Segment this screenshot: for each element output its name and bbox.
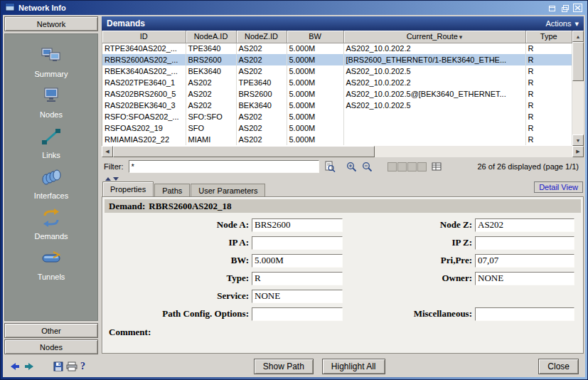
service-field[interactable] — [252, 290, 343, 303]
table-row[interactable]: RBEK3640AS202_...BEK3640AS2025.000MAS202… — [102, 65, 572, 77]
tab-properties[interactable]: Properties — [102, 181, 154, 196]
owner-field[interactable] — [475, 272, 574, 285]
table-row[interactable]: RTPE3640AS202_...TPE3640AS2025.000MAS202… — [102, 43, 572, 54]
zoom-in-icon[interactable] — [346, 162, 357, 172]
column-header-nodea[interactable]: NodeA.ID — [186, 31, 236, 43]
highlight-all-button[interactable]: Highlight All — [322, 359, 385, 374]
scroll-right-icon[interactable]: ▶ — [572, 146, 584, 157]
maximize-icon[interactable] — [560, 3, 570, 13]
sidebar-item-nodes[interactable]: Nodes — [5, 85, 97, 125]
scroll-up-icon[interactable]: ▲ — [572, 31, 584, 42]
titlebar[interactable]: Network Info — [3, 1, 585, 15]
help-icon[interactable]: ? — [80, 361, 85, 372]
print-icon[interactable] — [66, 361, 77, 371]
save-icon[interactable] — [53, 361, 63, 371]
cell: AS202_10.0.202.5 — [343, 100, 525, 111]
table-row[interactable]: RAS202TPE3640_1AS202TPE36405.000MAS202_1… — [102, 77, 572, 88]
sidebar-item-interfaces[interactable]: Interfaces — [5, 166, 97, 206]
page-nav-button-4[interactable] — [417, 162, 427, 171]
show-path-button[interactable]: Show Path — [254, 359, 314, 374]
column-header-id[interactable]: ID — [102, 31, 186, 43]
node-z-field[interactable] — [475, 218, 574, 232]
column-header-bw[interactable]: BW — [287, 31, 343, 43]
cell: MIAMI — [186, 134, 236, 145]
column-header-type[interactable]: Type — [525, 31, 572, 43]
comment-label: Comment: — [102, 322, 583, 338]
bw-field[interactable] — [252, 254, 343, 268]
sidebar-item-tunnels[interactable]: Tunnels — [5, 247, 97, 287]
sidebar-item-links[interactable]: Links — [5, 125, 97, 166]
page-nav-button-3[interactable] — [407, 162, 417, 171]
sidebar-item-summary[interactable]: Summary — [5, 44, 97, 85]
horizontal-scrollbar[interactable]: ◀ ▶ — [102, 146, 584, 157]
demand-label: Demand: — [109, 201, 145, 212]
cell: 5.000M — [287, 122, 343, 134]
forward-icon[interactable] — [23, 361, 35, 371]
ip-a-field[interactable] — [252, 236, 343, 250]
cell: AS202 — [186, 100, 236, 111]
detail-view-button[interactable]: Detail View — [534, 181, 583, 193]
scroll-left-icon[interactable]: ◀ — [102, 146, 113, 157]
actions-label: Actions — [545, 19, 571, 28]
network-button[interactable]: Network — [4, 16, 98, 31]
close-button[interactable]: Close — [538, 359, 579, 374]
page-nav-button-2[interactable] — [397, 162, 407, 171]
collapse-up-icon[interactable] — [105, 177, 111, 181]
close-icon[interactable] — [572, 3, 583, 13]
table-row-selected[interactable]: RBRS2600AS202_...BRS2600AS2025.000M[BRS2… — [102, 54, 572, 65]
undock-icon[interactable] — [547, 3, 557, 13]
cell: RSFOAS202_19 — [102, 122, 186, 134]
cell: AS202_10.0.202.2 — [343, 43, 525, 54]
owner-label: Owner: — [343, 273, 475, 284]
cell: SFO:SFO — [186, 111, 236, 122]
collapse-down-icon[interactable] — [113, 177, 119, 181]
horizontal-scroll-thumb[interactable] — [113, 146, 375, 157]
back-icon[interactable] — [9, 361, 21, 371]
vertical-scroll-thumb[interactable] — [572, 42, 584, 81]
demands-header-bar: Demands Actions ▾ — [102, 16, 584, 31]
table-row[interactable]: RAS202BEK3640_3AS202BEK36405.000MAS202_1… — [102, 100, 572, 111]
page-nav-button-1[interactable] — [387, 162, 397, 171]
tab-user-parameters[interactable]: User Parameters — [191, 184, 265, 196]
node-a-field[interactable] — [252, 218, 343, 232]
split-divider[interactable] — [102, 176, 584, 181]
window-title: Network Info — [18, 4, 545, 12]
cell: BRS2600 — [186, 54, 236, 65]
table-row[interactable]: RMIAMIAS202_22MIAMIAS2025.000MR — [102, 134, 572, 145]
zoom-out-icon[interactable] — [362, 162, 373, 172]
column-header-current-route[interactable]: Current_Route▾ — [343, 31, 525, 43]
column-header-nodez[interactable]: NodeZ.ID — [236, 31, 287, 43]
filter-label: Filter: — [104, 162, 124, 171]
table-row[interactable]: RSFOAS202_19SFOAS2025.000MR — [102, 122, 572, 134]
filter-preview-icon[interactable] — [324, 161, 336, 172]
cell: RTPE3640AS202_... — [102, 43, 186, 54]
cell: 5.000M — [287, 100, 343, 111]
path-config-options-field[interactable] — [252, 307, 343, 321]
pri-pre-field[interactable] — [475, 254, 574, 268]
cell: BEK3640 — [236, 100, 287, 111]
tab-paths[interactable]: Paths — [154, 184, 190, 196]
cell: RAS202BEK3640_3 — [102, 100, 186, 111]
actions-menu-button[interactable]: Actions ▾ — [545, 19, 579, 28]
cell: RAS202TPE3640_1 — [102, 77, 186, 88]
status-text: 26 of 26 displayed (page 1/1) — [478, 162, 582, 171]
scroll-down-icon[interactable]: ▼ — [572, 134, 584, 146]
cell — [343, 122, 525, 134]
cell: R — [525, 43, 572, 54]
type-field[interactable] — [252, 272, 343, 285]
vertical-scrollbar[interactable]: ▲ ▼ — [572, 31, 584, 146]
sort-caret-icon: ▾ — [459, 33, 463, 41]
nodes-button[interactable]: Nodes — [4, 339, 98, 354]
miscellaneous-field[interactable] — [475, 307, 574, 321]
demands-panel: Demands Actions ▾ ID NodeA.ID Nod — [100, 15, 585, 356]
other-button[interactable]: Other — [4, 323, 98, 338]
cell: RBEK3640AS202_... — [102, 65, 186, 77]
cell: TPE3640 — [186, 43, 236, 54]
table-view-icon[interactable] — [432, 162, 442, 171]
table-row[interactable]: RAS202BRS2600_5AS202BRS26005.000MAS202_1… — [102, 88, 572, 100]
filter-input[interactable] — [129, 160, 319, 173]
sidebar-item-demands[interactable]: Demands — [5, 206, 97, 247]
ip-z-field[interactable] — [475, 236, 574, 250]
table-row[interactable]: RSFO:SFOAS202_...SFO:SFOAS2025.000MR — [102, 111, 572, 122]
cell: 5.000M — [287, 111, 343, 122]
